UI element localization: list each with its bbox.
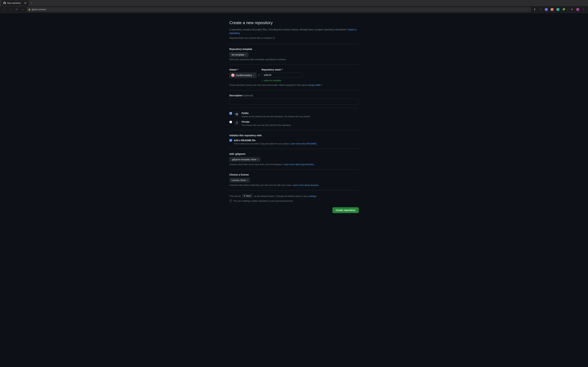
template-dropdown[interactable]: No template ▾ bbox=[229, 52, 248, 57]
divider-4 bbox=[229, 108, 359, 108]
settings-link[interactable]: settings bbox=[309, 195, 316, 197]
browser-chrome: New repository × + ‹ › ↺ ⌂ 🔒 github.com/… bbox=[0, 0, 588, 13]
branch-icon bbox=[244, 195, 246, 197]
initialize-section: Initialize this repository with: Add a R… bbox=[229, 134, 359, 145]
owner-field-group: Owner * hardikchotaliya ▾ bbox=[229, 68, 257, 78]
repo-name-label: Repository name * bbox=[262, 68, 303, 72]
template-sublabel: Start your repository with a template re… bbox=[229, 58, 359, 61]
owner-dropdown-arrow: ▾ bbox=[253, 75, 254, 76]
github-favicon bbox=[3, 2, 6, 4]
owner-dropdown[interactable]: hardikchotaliya ▾ bbox=[229, 73, 257, 78]
form-container: Create a new repository A repository con… bbox=[229, 20, 359, 353]
private-content: Private You choose who can see and commi… bbox=[242, 120, 359, 127]
public-account-text: You are creating a public repository in … bbox=[233, 199, 293, 203]
refresh-button[interactable]: ↺ bbox=[14, 7, 19, 12]
public-title: Public bbox=[242, 111, 359, 115]
tab-bar: New repository × + bbox=[0, 0, 588, 6]
profile-icon-2[interactable] bbox=[550, 7, 554, 12]
extensions-icon[interactable]: ⬆ bbox=[532, 7, 537, 12]
gitignore-note: Choose which files not to track from a l… bbox=[229, 163, 359, 166]
readme-checkbox[interactable] bbox=[229, 139, 232, 142]
description-label: Description (optional) bbox=[229, 94, 359, 97]
template-value: No template bbox=[232, 53, 244, 56]
gitignore-dropdown-label: .gitignore template: None bbox=[232, 158, 256, 161]
divider-5 bbox=[229, 130, 359, 130]
owner-repo-row: Owner * hardikchotaliya ▾ / Repository n… bbox=[229, 68, 359, 82]
download-icon[interactable]: ⬇ bbox=[570, 7, 574, 12]
tab-title: New repository bbox=[7, 1, 21, 5]
create-button-wrap: Create repository bbox=[229, 207, 359, 213]
create-repository-button[interactable]: Create repository bbox=[332, 207, 359, 213]
initialize-label: Initialize this repository with: bbox=[229, 134, 359, 137]
suggestion-link[interactable]: sturdy-waffle bbox=[308, 84, 320, 86]
divider-2 bbox=[229, 64, 359, 65]
public-option: Public Anyone on the internet can see th… bbox=[229, 111, 359, 118]
license-label: Choose a license bbox=[229, 173, 359, 176]
private-radio[interactable] bbox=[229, 121, 232, 123]
owner-avatar bbox=[231, 74, 235, 77]
user-avatar-nav[interactable] bbox=[575, 7, 580, 12]
readme-learn-link[interactable]: Learn more about READMEs. bbox=[290, 142, 317, 145]
nav-bar: ‹ › ↺ ⌂ 🔒 github.com/new ⬆ ☆ 🧩 ⬇ bbox=[0, 6, 588, 13]
readme-label: Add a README file bbox=[234, 139, 317, 142]
license-note: A license tells others what they can and… bbox=[229, 184, 359, 187]
required-note: Required fields are marked with an aster… bbox=[229, 36, 359, 40]
availability-text: wdiov9 is available. bbox=[264, 79, 282, 82]
public-icon-wrap bbox=[234, 111, 240, 117]
divider-8 bbox=[229, 190, 359, 191]
profile-icon-1[interactable] bbox=[544, 7, 549, 12]
template-section: Repository template No template ▾ Start … bbox=[229, 47, 359, 61]
description-input[interactable] bbox=[229, 98, 359, 104]
active-tab[interactable]: New repository × bbox=[1, 0, 29, 6]
gitignore-section: Add .gitignore .gitignore template: None… bbox=[229, 152, 359, 166]
repo-name-input[interactable] bbox=[262, 73, 303, 77]
readme-checkbox-row: Add a README file This is where you can … bbox=[229, 139, 359, 145]
license-learn-link[interactable]: Learn more about licenses. bbox=[293, 184, 319, 186]
template-dropdown-arrow: ▾ bbox=[245, 54, 246, 56]
divider-6 bbox=[229, 149, 359, 149]
private-option: Private You choose who can see and commi… bbox=[229, 120, 359, 127]
license-section: Choose a license License: None ▾ A licen… bbox=[229, 173, 359, 187]
readme-sublabel: This is where you can write a long descr… bbox=[234, 142, 317, 145]
availability-message: ✓ wdiov9 is available. bbox=[262, 79, 303, 82]
public-account-notice: i You are creating a public repository i… bbox=[229, 199, 359, 203]
public-radio[interactable] bbox=[229, 112, 232, 115]
license-dropdown[interactable]: License: None ▾ bbox=[229, 178, 250, 183]
branch-tag: main bbox=[242, 194, 253, 198]
lock-icon bbox=[235, 121, 238, 124]
divider-7 bbox=[229, 169, 359, 170]
profile-icon-3[interactable] bbox=[555, 7, 560, 12]
page-title: Create a new repository bbox=[229, 20, 359, 26]
readme-content: Add a README file This is where you can … bbox=[234, 139, 317, 145]
address-bar[interactable]: 🔒 github.com/new bbox=[26, 7, 531, 12]
owner-name: hardikchotaliya bbox=[236, 74, 252, 77]
description-text: A repository contains all project files,… bbox=[229, 28, 347, 31]
private-title: Private bbox=[242, 120, 359, 124]
branch-note: This will set main as the default branch… bbox=[229, 194, 359, 198]
check-icon: ✓ bbox=[262, 79, 263, 82]
license-dropdown-label: License: None bbox=[232, 179, 246, 182]
home-button[interactable]: ⌂ bbox=[20, 7, 25, 12]
tab-close-button[interactable]: × bbox=[24, 2, 26, 4]
owner-label: Owner * bbox=[229, 68, 257, 72]
slash-separator: / bbox=[259, 73, 260, 78]
bookmark-icon[interactable]: ☆ bbox=[538, 7, 543, 12]
visibility-group: Public Anyone on the internet can see th… bbox=[229, 111, 359, 127]
puzzle-icon[interactable]: 🧩 bbox=[561, 7, 566, 12]
gitignore-dropdown[interactable]: .gitignore template: None ▾ bbox=[229, 157, 260, 162]
gitignore-learn-link[interactable]: Learn more about ignoring files. bbox=[284, 163, 315, 166]
public-content: Public Anyone on the internet can see th… bbox=[242, 111, 359, 118]
inspiration-text: Great repository names are short and mem… bbox=[229, 83, 359, 87]
private-icon-wrap bbox=[234, 120, 240, 125]
forward-button[interactable]: › bbox=[8, 7, 13, 12]
page-description: A repository contains all project files,… bbox=[229, 28, 359, 35]
gitignore-label: Add .gitignore bbox=[229, 152, 359, 156]
description-field-group: Description (optional) bbox=[229, 94, 359, 104]
repo-name-field-group: Repository name * ✓ wdiov9 is available. bbox=[262, 68, 303, 82]
new-tab-button[interactable]: + bbox=[29, 1, 34, 5]
menu-icon[interactable]: ⋮ bbox=[581, 7, 586, 12]
gitignore-dropdown-arrow: ▾ bbox=[257, 158, 258, 160]
globe-icon bbox=[235, 113, 238, 116]
back-button[interactable]: ‹ bbox=[2, 7, 7, 12]
url-text: github.com/new bbox=[32, 8, 46, 11]
